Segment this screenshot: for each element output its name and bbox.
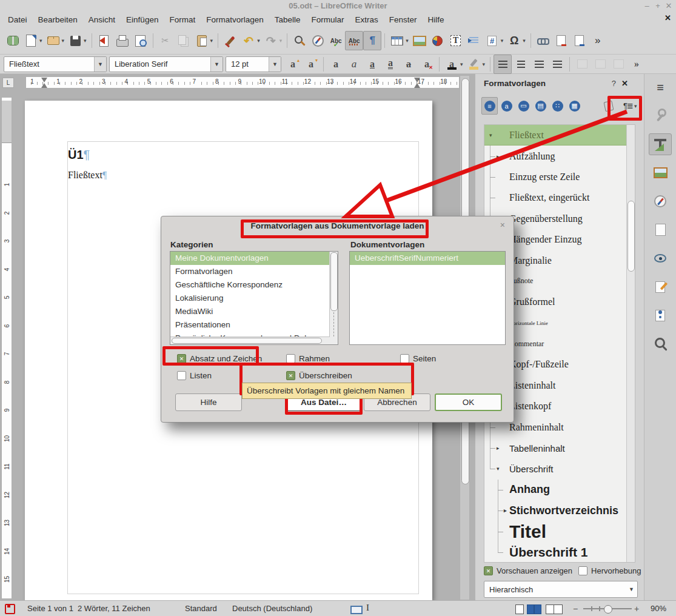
menu-item[interactable]: Hilfe bbox=[423, 12, 450, 27]
style-view-select[interactable]: Hierarchisch ▼ bbox=[484, 581, 638, 598]
special-character-icon[interactable]: Ω ▾ bbox=[505, 31, 527, 50]
menu-item[interactable]: Format bbox=[164, 12, 201, 27]
font-color-icon[interactable]: a ▾ bbox=[443, 55, 465, 74]
gallery-deck-icon[interactable] bbox=[649, 162, 672, 184]
zoom-out-icon[interactable]: − bbox=[573, 604, 578, 614]
chevron-down-icon[interactable]: ▼ bbox=[210, 57, 223, 72]
category-item[interactable]: Geschäftliche Korrespondenz bbox=[170, 278, 338, 292]
print-preview-icon[interactable] bbox=[132, 31, 150, 50]
overwrite-checkbox[interactable] bbox=[286, 371, 295, 380]
zoom-in-icon[interactable]: + bbox=[634, 604, 639, 614]
shrink-font-icon[interactable]: a bbox=[302, 55, 320, 74]
cut-icon[interactable]: ✂ bbox=[156, 31, 175, 50]
character-styles-icon[interactable]: a bbox=[498, 97, 515, 115]
bold-icon[interactable]: a bbox=[327, 55, 345, 74]
horizontal-ruler[interactable]: 1123456789101112131415161718 bbox=[25, 76, 460, 89]
categories-listbox[interactable]: Meine DokumentvorlagenFormatvorlagenGesc… bbox=[170, 251, 338, 345]
outline-list-icon[interactable] bbox=[609, 55, 627, 74]
sidebar-help-button[interactable]: ? bbox=[612, 79, 616, 88]
menu-item[interactable]: Bearbeiten bbox=[33, 12, 83, 27]
menu-item[interactable]: Fenster bbox=[384, 12, 423, 27]
chevron-down-icon[interactable]: ▼ bbox=[269, 57, 281, 72]
close-window-button[interactable]: ✕ bbox=[664, 0, 674, 12]
table-styles-icon[interactable]: ▦ bbox=[566, 97, 583, 115]
style-item[interactable]: ▸ Aufzählung bbox=[484, 146, 635, 166]
navigator-icon[interactable] bbox=[309, 31, 327, 50]
strikethrough-icon[interactable]: a bbox=[400, 55, 418, 74]
maximize-button[interactable]: + bbox=[653, 0, 663, 12]
find-deck-icon[interactable] bbox=[649, 333, 672, 355]
sidebar-settings-icon[interactable] bbox=[649, 105, 672, 127]
scrollbar-thumb[interactable] bbox=[172, 338, 322, 344]
word-count-status[interactable]: 2 Wörter, 11 Zeichen bbox=[78, 604, 150, 613]
lists-checkbox[interactable] bbox=[177, 371, 186, 380]
categories-hscrollbar[interactable] bbox=[170, 336, 330, 344]
chevron-down-icon[interactable]: ▼ bbox=[94, 57, 106, 72]
style-item[interactable]: Titel bbox=[484, 521, 635, 541]
find-toolbar-icon[interactable] bbox=[4, 31, 22, 50]
language-status[interactable]: Deutsch (Deutschland) bbox=[232, 604, 312, 613]
print-icon[interactable] bbox=[113, 31, 132, 50]
double-underline-icon[interactable]: a bbox=[381, 55, 400, 74]
style-item[interactable]: ▾ Überschrift bbox=[484, 458, 635, 479]
templates-listbox[interactable]: UeberschriftSerifNummeriert bbox=[349, 251, 506, 345]
find-replace-icon[interactable] bbox=[290, 31, 309, 50]
insert-chart-icon[interactable] bbox=[429, 31, 447, 50]
insert-endnote-icon[interactable] bbox=[571, 31, 589, 50]
tree-arrow-icon[interactable]: ▾ bbox=[489, 132, 492, 138]
style-item[interactable]: ▾ Fließtext bbox=[484, 125, 635, 146]
page-styles-icon[interactable]: ▤ bbox=[532, 97, 549, 115]
font-name-combobox[interactable]: Liberation Serif ▼ bbox=[109, 56, 223, 72]
properties-deck-icon[interactable] bbox=[649, 133, 672, 155]
style-item[interactable]: ▸ Tabelleninhalt bbox=[484, 438, 635, 458]
insert-textbox-icon[interactable]: T bbox=[447, 31, 465, 50]
tree-arrow-icon[interactable]: ▸ bbox=[497, 153, 500, 159]
tree-arrow-icon[interactable]: ▸ bbox=[497, 445, 500, 451]
insert-field-icon[interactable]: # ▾ bbox=[483, 31, 506, 50]
page-break-icon[interactable] bbox=[465, 31, 483, 50]
align-left-icon[interactable] bbox=[494, 55, 512, 74]
style-inspector-deck-icon[interactable] bbox=[649, 247, 672, 269]
paragraph-styles-icon[interactable]: ≡ bbox=[481, 97, 498, 115]
page-style-status[interactable]: Standard bbox=[185, 604, 217, 613]
paragraph-style-combobox[interactable]: Fließtext ▼ bbox=[4, 56, 107, 72]
document-heading[interactable]: Ü1¶ bbox=[68, 148, 90, 162]
copy-icon[interactable] bbox=[175, 31, 193, 50]
paste-icon[interactable]: ▾ bbox=[193, 31, 215, 50]
menu-item[interactable]: Tabelle bbox=[269, 12, 306, 27]
clone-formatting-icon[interactable] bbox=[221, 31, 239, 50]
show-previews-checkbox[interactable] bbox=[484, 566, 493, 575]
zoom-level[interactable]: 90% bbox=[651, 604, 666, 613]
book-view-icon[interactable] bbox=[546, 604, 563, 614]
menu-item[interactable]: Formular bbox=[306, 12, 350, 27]
export-pdf-icon[interactable] bbox=[95, 31, 113, 50]
close-document-icon[interactable]: ✕ bbox=[664, 13, 671, 22]
undo-icon[interactable]: ↶ ▾ bbox=[239, 31, 262, 50]
multi-page-view-icon[interactable] bbox=[527, 604, 534, 614]
help-button[interactable]: Hilfe bbox=[175, 393, 242, 411]
category-item[interactable]: Formatvorlagen bbox=[170, 265, 338, 278]
page-deck-icon[interactable] bbox=[649, 219, 672, 241]
categories-vscrollbar[interactable] bbox=[329, 252, 338, 344]
menu-item[interactable]: Extras bbox=[350, 12, 384, 27]
sidebar-close-button[interactable]: ✕ bbox=[621, 79, 628, 88]
insert-hyperlink-icon[interactable] bbox=[534, 31, 552, 50]
italic-icon[interactable]: a bbox=[345, 55, 363, 74]
category-item[interactable]: Meine Dokumentvorlagen bbox=[170, 252, 338, 265]
track-changes-deck-icon[interactable] bbox=[649, 276, 672, 298]
menu-item[interactable]: Ansicht bbox=[83, 12, 121, 27]
font-size-combobox[interactable]: 12 pt ▼ bbox=[226, 56, 281, 72]
zoom-slider-handle[interactable] bbox=[604, 605, 612, 614]
save-icon[interactable]: ▾ bbox=[66, 31, 89, 50]
navigator-deck-icon[interactable] bbox=[649, 190, 672, 212]
spelling-icon[interactable]: Abc bbox=[327, 31, 345, 50]
clear-formatting-icon[interactable]: a bbox=[418, 55, 436, 74]
list-styles-icon[interactable]: ∷ bbox=[549, 97, 566, 115]
page-count-status[interactable]: Seite 1 von 1 bbox=[27, 604, 73, 613]
style-item[interactable]: ▸ Stichwortverzeichnis bbox=[484, 500, 635, 521]
category-item[interactable]: Präsentationen bbox=[170, 318, 338, 332]
document-paragraph[interactable]: Fließtext¶ bbox=[68, 170, 107, 181]
sidebar-menu-icon[interactable] bbox=[649, 76, 672, 98]
frame-styles-icon[interactable]: ▭ bbox=[515, 97, 532, 115]
align-right-icon[interactable] bbox=[530, 55, 548, 74]
